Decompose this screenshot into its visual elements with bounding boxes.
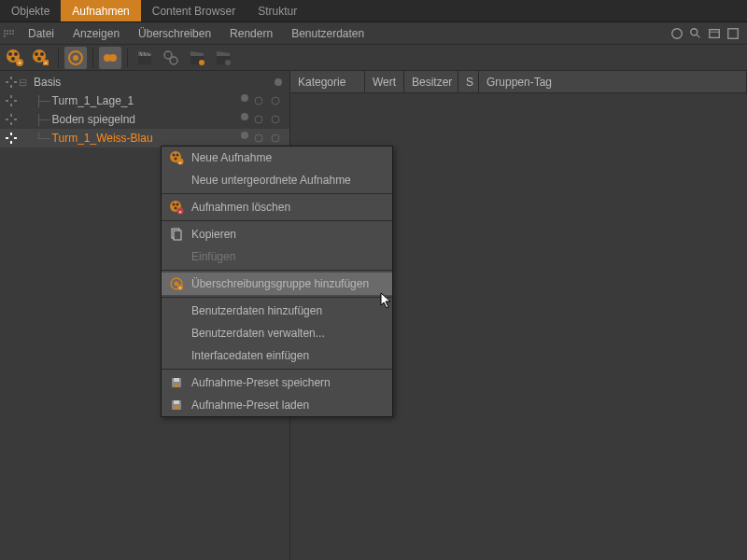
svg-rect-48	[10, 122, 12, 125]
film-x-icon: ×	[169, 200, 184, 215]
th-kategorie[interactable]: Kategorie	[290, 71, 365, 92]
menu-benutzerdaten[interactable]: Benutzerdaten	[282, 22, 374, 45]
svg-marker-33	[217, 51, 230, 56]
svg-point-9	[11, 57, 15, 61]
gear-icon[interactable]	[252, 113, 265, 126]
context-menu-label: Kopieren	[191, 228, 385, 241]
tree-root[interactable]: ⊟ Basis	[0, 73, 289, 91]
svg-point-14	[40, 52, 44, 56]
tool-clapper-2[interactable]	[186, 47, 208, 69]
visibility-dot-icon[interactable]	[241, 113, 248, 120]
svg-rect-39	[6, 100, 8, 102]
svg-rect-45	[6, 119, 8, 120]
table-header: Kategorie Wert Besitzer S Gruppen-Tag	[290, 71, 747, 93]
context-menu-separator	[162, 297, 392, 298]
th-besitzer[interactable]: Besitzer	[404, 71, 458, 92]
target-icon	[6, 77, 17, 88]
svg-marker-30	[190, 51, 204, 56]
gear-icon[interactable]	[269, 132, 282, 145]
svg-rect-47	[10, 114, 12, 117]
svg-point-44	[272, 97, 279, 105]
svg-rect-54	[10, 141, 12, 144]
visibility-dot-icon[interactable]	[241, 94, 248, 102]
svg-point-28	[170, 57, 177, 64]
tab-aufnahmen[interactable]: Aufnahmen	[61, 0, 140, 21]
svg-point-60	[175, 158, 177, 161]
tree-item-2[interactable]: └─ Turm_1_Weiss-Blau	[0, 129, 289, 147]
svg-rect-38	[10, 85, 12, 88]
svg-rect-52	[14, 137, 17, 139]
visibility-dot-icon[interactable]	[241, 132, 248, 139]
context-menu-item[interactable]: Aufnahme-Preset laden	[162, 394, 392, 416]
menu-rendern[interactable]: Rendern	[220, 22, 282, 45]
context-menu-item[interactable]: ×Aufnahmen löschen	[162, 196, 392, 218]
tree-item-label: Boden spiegelnd	[50, 113, 241, 126]
gear-icon[interactable]	[269, 94, 282, 107]
gear-icon[interactable]	[252, 132, 265, 145]
menu-anzeigen[interactable]: Anzeigen	[63, 22, 129, 45]
target-icon	[6, 133, 17, 144]
gear-icon[interactable]	[269, 113, 282, 126]
tool-override[interactable]	[64, 47, 87, 69]
tool-link[interactable]	[99, 47, 121, 69]
gear-icon[interactable]	[252, 94, 265, 107]
tool-film-add[interactable]: +	[4, 47, 26, 69]
context-menu-label: Benutzerdaten hinzufügen	[191, 304, 385, 317]
svg-rect-51	[6, 137, 8, 139]
context-menu-item[interactable]: Benutzerdaten hinzufügen	[162, 300, 392, 322]
th-wert[interactable]: Wert	[365, 71, 404, 92]
context-menu-separator	[162, 193, 392, 194]
context-menu-item[interactable]: Kopieren	[162, 223, 392, 245]
context-menu-item[interactable]: +Überschreibungsgruppe hinzufügen	[162, 273, 392, 295]
tool-gears[interactable]	[160, 47, 182, 69]
th-gruppen-tag[interactable]: Gruppen-Tag	[479, 71, 747, 92]
context-menu-label: Aufnahmen löschen	[191, 201, 385, 214]
svg-point-34	[225, 60, 231, 65]
tool-clapper-3[interactable]	[212, 47, 234, 69]
svg-text:×: ×	[178, 209, 182, 215]
svg-point-55	[255, 134, 262, 142]
menu-datei[interactable]: Datei	[19, 22, 63, 45]
visibility-dot-icon[interactable]	[275, 78, 282, 86]
svg-rect-22	[138, 56, 151, 64]
context-menu-label: Aufnahme-Preset laden	[191, 399, 385, 412]
context-menu-item[interactable]: Benutzerdaten verwalten...	[162, 322, 392, 344]
drag-handle-icon[interactable]	[4, 25, 15, 42]
svg-rect-46	[14, 119, 17, 120]
panel-icon[interactable]	[708, 27, 721, 40]
blank-icon	[169, 348, 184, 363]
tree-item-label: Turm_1_Weiss-Blau	[50, 132, 241, 145]
tree-item-0[interactable]: ├─ Turm_1_Lage_1	[0, 91, 289, 110]
tab-content-browser[interactable]: Content Browser	[141, 0, 247, 21]
tab-struktur[interactable]: Struktur	[247, 0, 308, 21]
tab-objekte[interactable]: Objekte	[0, 0, 61, 21]
toolbar: + +	[0, 45, 747, 71]
tree-item-1[interactable]: ├─ Boden spiegelnd	[0, 110, 289, 129]
tree-root-label: Basis	[32, 76, 275, 89]
context-menu-item[interactable]: +Neue Aufnahme	[162, 147, 392, 169]
context-menu: +Neue AufnahmeNeue untergeordnete Aufnah…	[161, 146, 393, 417]
svg-rect-36	[14, 81, 17, 83]
svg-rect-70	[174, 231, 181, 240]
svg-rect-42	[10, 104, 12, 106]
svg-text:+: +	[44, 60, 48, 65]
search-icon[interactable]	[689, 27, 702, 40]
maximize-icon[interactable]	[726, 27, 740, 40]
context-menu-item[interactable]: Interfacedaten einfügen	[162, 344, 392, 367]
th-s[interactable]: S	[458, 71, 479, 92]
svg-point-64	[173, 203, 176, 206]
override-icon: +	[169, 276, 184, 291]
svg-point-31	[199, 60, 204, 65]
svg-point-1	[691, 28, 698, 35]
svg-text:+: +	[18, 60, 21, 66]
svg-point-19	[73, 55, 78, 61]
context-menu-item[interactable]: Aufnahme-Preset speichern	[162, 371, 392, 394]
context-menu-label: Überschreibungsgruppe hinzufügen	[191, 277, 385, 290]
circle-icon[interactable]	[670, 27, 684, 40]
svg-point-21	[109, 54, 117, 62]
menu-ueberschreiben[interactable]: Überschreiben	[129, 22, 220, 45]
tool-clapper-1[interactable]	[134, 47, 156, 69]
film-plus-icon: +	[169, 150, 184, 165]
tool-film-add-sub[interactable]: +	[30, 47, 52, 69]
context-menu-item[interactable]: Neue untergeordnete Aufnahme	[162, 169, 392, 191]
